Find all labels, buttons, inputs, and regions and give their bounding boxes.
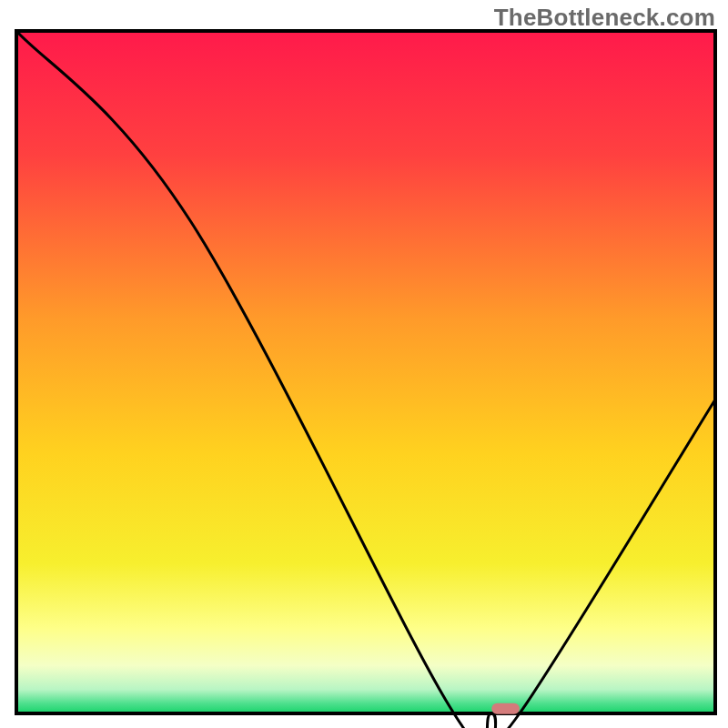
bottleneck-chart <box>0 0 728 728</box>
plot-background <box>16 31 715 713</box>
optimal-marker <box>491 703 520 714</box>
